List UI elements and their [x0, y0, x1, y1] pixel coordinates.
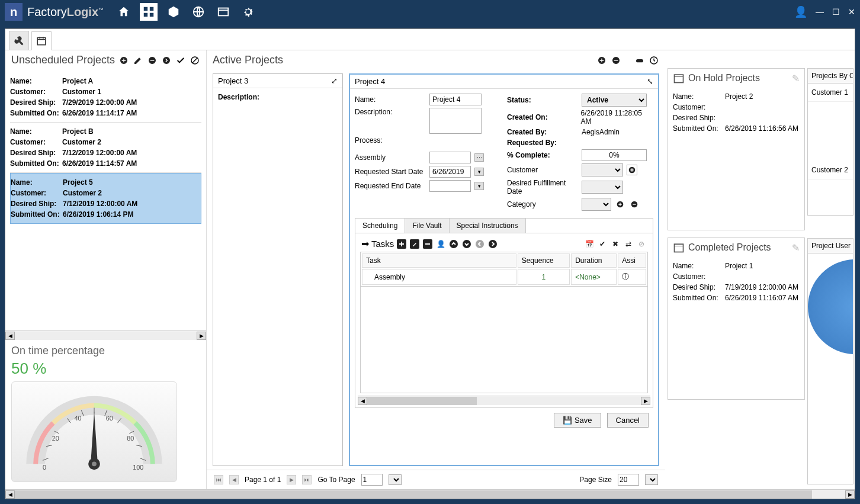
project-card[interactable]: Name:Project ACustomer:Customer 1Desired…: [10, 72, 201, 123]
status-select[interactable]: Active: [582, 94, 647, 107]
svg-line-11: [192, 58, 197, 63]
tab-scheduling[interactable]: Scheduling: [355, 219, 405, 233]
tasks-table: TaskSequenceDurationAssi Assembly1<None>…: [360, 252, 648, 287]
active-title: Active Projects: [213, 54, 283, 66]
edit-icon[interactable]: ✎: [792, 73, 800, 84]
first-page-icon[interactable]: ⏮: [214, 475, 223, 484]
last-page-icon[interactable]: ⏭: [302, 475, 312, 484]
remove-icon[interactable]: [422, 239, 433, 249]
home-icon[interactable]: [115, 3, 133, 21]
add-icon[interactable]: [396, 239, 407, 249]
dropdown-icon[interactable]: ▾: [474, 168, 484, 176]
scroll-right-icon[interactable]: ▶: [641, 397, 650, 405]
reqstart-input[interactable]: [429, 166, 471, 178]
list-item[interactable]: Customer 2: [808, 161, 853, 179]
right-column: On Hold Projects ✎ Name:Project 2 Custom…: [665, 50, 807, 489]
svg-text:20: 20: [52, 435, 59, 442]
page-size-select[interactable]: [645, 474, 658, 485]
page-size-input[interactable]: [618, 474, 639, 486]
prev-page-icon[interactable]: ◀: [229, 475, 239, 484]
grid-icon[interactable]: [140, 3, 158, 21]
svg-text:80: 80: [127, 435, 134, 442]
up-icon[interactable]: [448, 239, 459, 249]
logo-mark: n: [5, 3, 23, 21]
scroll-left-icon[interactable]: ◀: [358, 397, 367, 405]
svg-point-45: [489, 240, 497, 248]
titlebar: n FactoryLogix™ 👤 — ☐ ✕: [0, 0, 860, 24]
down-icon[interactable]: [461, 239, 472, 249]
goto-select[interactable]: [389, 474, 402, 485]
gear-icon[interactable]: [239, 3, 257, 21]
next-page-icon[interactable]: ▶: [287, 475, 296, 484]
clock-icon[interactable]: [649, 55, 659, 66]
project-card[interactable]: Name:Project BCustomer:Customer 2Desired…: [10, 123, 201, 173]
cancel-button[interactable]: Cancel: [607, 413, 649, 428]
goto-page-input[interactable]: [361, 474, 383, 486]
remove-icon[interactable]: [147, 55, 158, 66]
collapse-icon[interactable]: ⤡: [647, 77, 653, 86]
project-card[interactable]: Name:Project 5Customer:Customer 2Desired…: [10, 173, 201, 224]
edit-icon[interactable]: [409, 239, 420, 249]
add-icon[interactable]: [596, 55, 607, 66]
next-icon[interactable]: [161, 55, 172, 66]
user-icon[interactable]: 👤: [794, 5, 807, 18]
fulfill-select[interactable]: [582, 181, 623, 194]
table-row[interactable]: Assembly1<None>ⓘ: [362, 269, 646, 285]
arrow-right-icon: ➡: [361, 238, 369, 249]
reqend-input[interactable]: [429, 180, 471, 192]
package-icon[interactable]: [165, 3, 182, 21]
globe-icon[interactable]: [190, 3, 207, 21]
task-h-scrollbar[interactable]: ◀ ▶: [358, 396, 650, 405]
tab-filevault[interactable]: File Vault: [405, 219, 449, 233]
scroll-right-icon[interactable]: ▶: [845, 490, 855, 499]
window-icon[interactable]: [214, 3, 232, 21]
desc-input[interactable]: [429, 108, 482, 134]
category-select[interactable]: [582, 198, 611, 211]
h-scrollbar[interactable]: ◀ ▶: [5, 330, 206, 340]
tab-special[interactable]: Special Instructions: [450, 219, 526, 233]
add-icon[interactable]: [118, 55, 129, 66]
main-h-scrollbar[interactable]: ◀ ▶: [5, 489, 855, 499]
maximize-button[interactable]: ☐: [832, 7, 840, 17]
expand-icon[interactable]: ⤢: [331, 76, 338, 85]
check-icon[interactable]: [175, 55, 186, 66]
calendar-icon[interactable]: 📅: [584, 239, 595, 249]
project-4-card[interactable]: Project 4⤡ Name: Description: Process: A…: [349, 73, 659, 466]
user-icon[interactable]: 👤: [435, 239, 446, 249]
unscheduled-panel: Unscheduled Projects Name:Project ACusto…: [5, 50, 207, 489]
add-icon[interactable]: [627, 165, 637, 175]
scroll-left-icon[interactable]: ◀: [5, 490, 15, 499]
check-icon[interactable]: ✔: [597, 239, 608, 249]
tab-calendar[interactable]: [31, 31, 52, 50]
assembly-input[interactable]: [429, 152, 471, 163]
gauge-chart: 0 20 40 60 80 100: [11, 381, 177, 482]
project-3-card[interactable]: Project 3⤢ Description:: [213, 73, 343, 466]
minimize-button[interactable]: —: [816, 7, 824, 17]
name-input[interactable]: [429, 94, 482, 105]
save-button[interactable]: 💾Save: [554, 413, 601, 428]
remove-icon[interactable]: [611, 55, 621, 66]
lookup-icon[interactable]: ⋯: [474, 153, 484, 162]
list-item[interactable]: Customer 1: [808, 84, 853, 102]
edit-icon[interactable]: [133, 55, 143, 66]
scroll-left-icon[interactable]: ◀: [5, 332, 15, 340]
add-icon[interactable]: [615, 199, 625, 210]
remove-icon[interactable]: [629, 199, 640, 210]
gauge-title: On time percentage: [11, 345, 200, 357]
tab-tools[interactable]: [9, 31, 29, 50]
pct-input[interactable]: [582, 149, 647, 161]
right-icon[interactable]: [487, 239, 498, 249]
dropdown-icon[interactable]: ▾: [474, 182, 484, 190]
customer-select[interactable]: [582, 163, 623, 176]
block-icon[interactable]: [190, 55, 200, 66]
onhold-panel: On Hold Projects ✎ Name:Project 2 Custom…: [668, 68, 805, 230]
close-button[interactable]: ✕: [848, 7, 855, 17]
project-user-panel: Project User: [807, 238, 853, 484]
edit-icon[interactable]: ✎: [792, 242, 800, 253]
svg-point-42: [450, 240, 458, 248]
controller-icon[interactable]: [634, 55, 645, 66]
x-icon[interactable]: ✖: [610, 239, 621, 249]
pager: ⏮ ◀ Page 1 of 1 ▶ ⏭ Go To Page Page Size: [207, 470, 665, 489]
scroll-right-icon[interactable]: ▶: [197, 332, 206, 340]
shuffle-icon[interactable]: ⇄: [623, 239, 634, 249]
